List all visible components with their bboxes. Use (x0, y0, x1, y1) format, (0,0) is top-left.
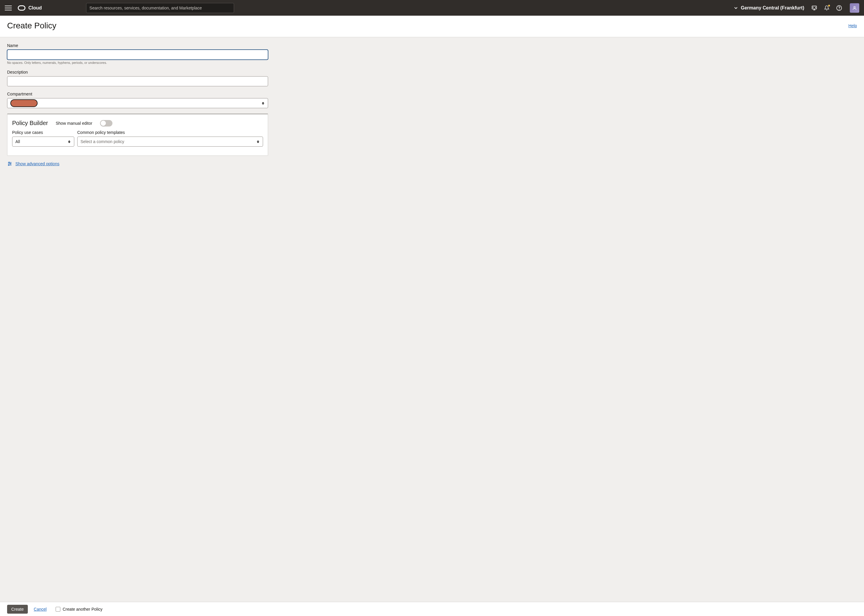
chevron-down-icon (733, 5, 739, 11)
user-icon (852, 6, 857, 10)
menu-icon[interactable] (5, 5, 12, 11)
help-link[interactable]: Help (848, 24, 857, 28)
avatar[interactable] (850, 3, 859, 13)
templates-placeholder: Select a common policy (80, 139, 124, 144)
help-icon[interactable] (836, 5, 842, 11)
region-label: Germany Central (Frankfurt) (741, 5, 804, 11)
page-title: Create Policy (7, 21, 57, 30)
oracle-logo-icon (18, 5, 25, 11)
form-content: Name No spaces. Only letters, numerals, … (0, 37, 275, 193)
compartment-label: Compartment (7, 92, 268, 96)
description-input[interactable] (7, 76, 268, 86)
description-field-group: Description (7, 70, 268, 86)
svg-point-7 (10, 163, 11, 164)
policy-builder-panel: Policy Builder Show manual editor Policy… (7, 113, 268, 156)
name-hint: No spaces. Only letters, numerals, hyphe… (7, 61, 268, 64)
templates-label: Common policy templates (77, 130, 263, 135)
logo[interactable]: Cloud (18, 5, 42, 11)
chevron-updown-icon (261, 101, 265, 105)
svg-point-5 (9, 162, 9, 163)
name-label: Name (7, 43, 268, 48)
toggle-knob-icon (101, 121, 106, 126)
brand-label: Cloud (28, 5, 42, 11)
notification-dot-icon (828, 5, 830, 6)
bell-icon[interactable] (824, 5, 830, 11)
templates-select[interactable]: Select a common policy (77, 137, 263, 147)
name-input[interactable] (7, 50, 268, 60)
topbar-actions (811, 3, 859, 13)
name-field-group: Name No spaces. Only letters, numerals, … (7, 43, 268, 64)
usecases-value: All (16, 139, 20, 144)
search-input[interactable] (86, 3, 234, 13)
advanced-options-row: Show advanced options (7, 161, 268, 167)
manual-editor-toggle[interactable] (100, 120, 112, 127)
region-selector[interactable]: Germany Central (Frankfurt) (733, 5, 804, 11)
advanced-options-link[interactable]: Show advanced options (16, 161, 60, 166)
search-container (86, 3, 234, 13)
svg-point-3 (854, 6, 855, 8)
chevron-updown-icon (67, 140, 71, 144)
compartment-redacted-icon (10, 99, 38, 107)
description-label: Description (7, 70, 268, 74)
usecases-label: Policy use cases (12, 130, 74, 135)
dev-tools-icon[interactable] (811, 5, 817, 11)
policy-builder-title: Policy Builder (12, 120, 48, 127)
sliders-icon (7, 161, 13, 167)
svg-point-9 (8, 165, 9, 165)
titlebar: Create Policy Help (0, 16, 864, 37)
compartment-field-group: Compartment (7, 92, 268, 108)
chevron-updown-icon (256, 140, 260, 144)
topbar: Cloud Germany Central (Frankfurt) (0, 0, 864, 16)
compartment-select[interactable] (7, 98, 268, 108)
manual-editor-label: Show manual editor (56, 121, 92, 126)
usecases-select[interactable]: All (12, 137, 74, 147)
